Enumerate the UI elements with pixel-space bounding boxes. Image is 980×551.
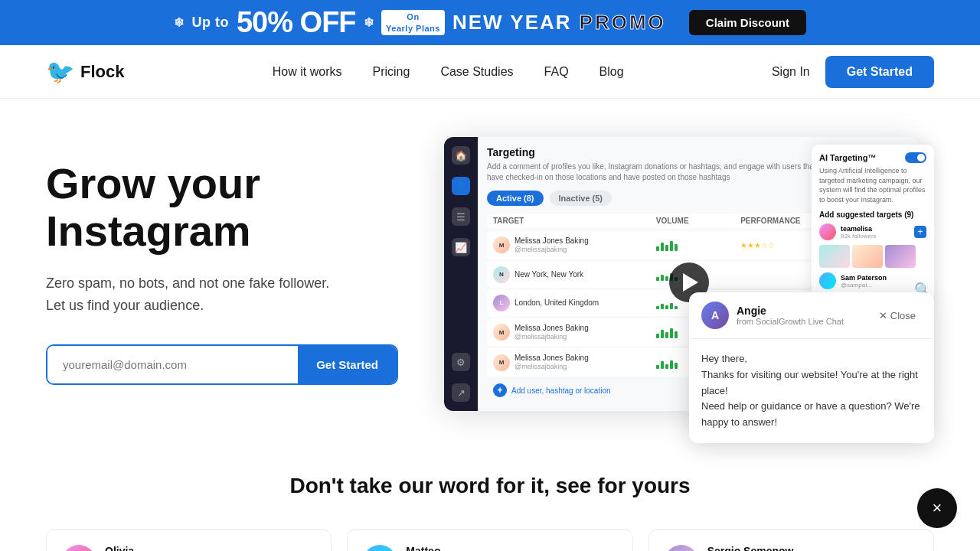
testimonial-avatar-1: O bbox=[62, 545, 96, 551]
sidebar-home-icon[interactable]: 🏠 bbox=[452, 146, 470, 165]
col-performance: PERFORMANCE bbox=[740, 217, 818, 225]
suggested-item: teamelisa 82k followers + bbox=[819, 223, 926, 240]
sidebar-logout-icon[interactable]: ↗ bbox=[452, 383, 470, 402]
target-info: Melissa Jones Baking @melissajbaking bbox=[514, 353, 589, 372]
name: New York, New York bbox=[514, 269, 583, 279]
handle: @melissajbaking bbox=[514, 246, 589, 255]
nav-pricing[interactable]: Pricing bbox=[372, 65, 410, 78]
tab-inactive[interactable]: Inactive (5) bbox=[550, 191, 612, 206]
nav-how-it-works[interactable]: How it works bbox=[273, 65, 342, 78]
name: Melissa Jones Baking bbox=[514, 236, 589, 246]
suggested-followers: 82k followers bbox=[841, 233, 877, 240]
testimonial-name-2: Matteo bbox=[406, 545, 440, 551]
ai-toggle-dot bbox=[917, 154, 925, 161]
hero-right: 🏠 👤 ☰ 📈 ⚙ ↗ Targeting Add a comment of p… bbox=[444, 145, 934, 420]
target-info: Melissa Jones Baking @melissajbaking bbox=[514, 236, 589, 255]
suggested-item-2: Sam Paterson @sampat... bbox=[819, 272, 926, 289]
target-name: M Melissa Jones Baking @melissajbaking bbox=[493, 353, 650, 372]
hero-left: Grow your Instagram Zero spam, no bots, … bbox=[46, 145, 413, 385]
get-started-form-button[interactable]: Get Started bbox=[298, 346, 397, 383]
hero-subtitle: Zero spam, no bots, and not one fake fol… bbox=[46, 272, 413, 317]
stars: ★★★☆☆ bbox=[740, 241, 818, 249]
nav-right: Sign In Get Started bbox=[772, 56, 934, 88]
ai-title-text: AI Targeting™ bbox=[819, 153, 876, 162]
close-label: Close bbox=[890, 310, 916, 321]
logo[interactable]: 🐦 Flock bbox=[46, 58, 124, 85]
ai-toggle[interactable] bbox=[905, 152, 926, 163]
nav-faq[interactable]: FAQ bbox=[544, 65, 569, 78]
name: Melissa Jones Baking bbox=[514, 353, 589, 363]
chat-message: Hey there, Thanks for visiting our websi… bbox=[701, 351, 922, 431]
suggested-name-2: Sam Paterson bbox=[841, 274, 887, 282]
promo-banner: ❄ Up to 50% OFF ❄ OnYearly Plans NEW YEA… bbox=[0, 0, 980, 45]
handle: @melissajbaking bbox=[514, 333, 589, 342]
handle: @melissajbaking bbox=[514, 363, 589, 372]
chat-agent: A Angie from SocialGrowth Live Chat bbox=[701, 302, 844, 329]
nav-case-studies[interactable]: Case Studies bbox=[440, 65, 513, 78]
nav-links: How it works Pricing Case Studies FAQ Bl… bbox=[273, 65, 624, 79]
add-target-label: Add user, hashtag or location bbox=[511, 386, 611, 395]
get-started-nav-button[interactable]: Get Started bbox=[825, 56, 934, 88]
banner-yearly: OnYearly Plans bbox=[381, 10, 445, 35]
ai-panel: AI Targeting™ Using Artificial Intellige… bbox=[812, 145, 934, 302]
testimonial-name-3: Sergio Semenow bbox=[707, 545, 794, 551]
testimonial-card-2: M Matteo bbox=[347, 529, 632, 551]
testimonial-info-2: Matteo bbox=[406, 545, 440, 551]
name: Melissa Jones Baking bbox=[514, 323, 589, 333]
bottom-section-title: Don't take our word for it, see for your… bbox=[0, 451, 980, 514]
sign-in-button[interactable]: Sign In bbox=[772, 65, 810, 79]
play-arrow-icon bbox=[683, 273, 698, 292]
testimonial-info-3: Sergio Semenow bbox=[707, 545, 794, 551]
col-volume: VOLUME bbox=[656, 217, 734, 225]
banner-promo: PROMO bbox=[580, 11, 666, 34]
sidebar-list-icon[interactable]: ☰ bbox=[452, 207, 470, 226]
chat-avatar: A bbox=[701, 302, 729, 329]
mockup-sidebar: 🏠 👤 ☰ 📈 ⚙ ↗ bbox=[444, 137, 478, 411]
suggested-avatar bbox=[819, 223, 836, 240]
chat-agent-name: Angie bbox=[737, 305, 844, 317]
suggested-image-1 bbox=[819, 245, 850, 268]
claim-discount-button[interactable]: Claim Discount bbox=[689, 10, 806, 35]
testimonial-avatar-3: S bbox=[665, 545, 698, 551]
target-name: M Melissa Jones Baking @melissajbaking bbox=[493, 323, 650, 342]
suggested-info: teamelisa 82k followers bbox=[841, 225, 877, 240]
nav-blog[interactable]: Blog bbox=[599, 65, 624, 78]
target-info: London, United Kingdom bbox=[514, 298, 599, 308]
fab-close-button[interactable]: × bbox=[917, 488, 957, 528]
add-suggested-button[interactable]: + bbox=[914, 226, 926, 238]
email-input[interactable] bbox=[47, 346, 298, 383]
tab-active[interactable]: Active (8) bbox=[487, 191, 544, 206]
chat-line-1: Hey there, bbox=[701, 351, 922, 367]
suggested-image-3 bbox=[885, 245, 916, 268]
avatar: M bbox=[493, 324, 510, 341]
hero-section: Grow your Instagram Zero spam, no bots, … bbox=[0, 99, 980, 451]
banner-discount: 50% OFF bbox=[237, 6, 356, 39]
hero-title: Grow your Instagram bbox=[46, 160, 413, 254]
target-name: M Melissa Jones Baking @melissajbaking bbox=[493, 236, 650, 255]
sidebar-settings-icon[interactable]: ⚙ bbox=[452, 353, 470, 371]
chat-widget: A Angie from SocialGrowth Live Chat ✕ Cl… bbox=[689, 292, 934, 443]
avatar: N bbox=[493, 266, 510, 283]
suggested-image-2 bbox=[852, 245, 883, 268]
bird-icon: 🐦 bbox=[46, 58, 74, 85]
testimonial-info-1: Olivia bbox=[105, 545, 134, 551]
chat-source: from SocialGrowth Live Chat bbox=[737, 317, 844, 326]
avatar: M bbox=[493, 236, 510, 253]
chat-agent-details: Angie from SocialGrowth Live Chat bbox=[737, 305, 844, 326]
suggested-followers-2: @sampat... bbox=[841, 282, 887, 289]
suggested-images bbox=[819, 245, 926, 268]
sidebar-target-icon[interactable]: 👤 bbox=[452, 177, 470, 195]
chat-close-button[interactable]: ✕ Close bbox=[873, 307, 922, 324]
chat-body: Hey there, Thanks for visiting our websi… bbox=[689, 339, 934, 443]
chat-line-2: Thanks for visiting our website! You're … bbox=[701, 367, 922, 399]
ai-panel-title: AI Targeting™ bbox=[819, 152, 926, 163]
target-info: New York, New York bbox=[514, 269, 583, 279]
volume-bars bbox=[656, 239, 734, 251]
sidebar-analytics-icon[interactable]: 📈 bbox=[452, 238, 470, 256]
target-name: N New York, New York bbox=[493, 266, 650, 283]
chat-line-3: Need help or guidance or have a question… bbox=[701, 399, 922, 431]
banner-new-year: NEW YEAR bbox=[452, 11, 572, 34]
suggested-avatar-2 bbox=[819, 272, 836, 289]
plus-icon: + bbox=[493, 383, 507, 397]
main-nav: 🐦 Flock How it works Pricing Case Studie… bbox=[0, 45, 980, 99]
